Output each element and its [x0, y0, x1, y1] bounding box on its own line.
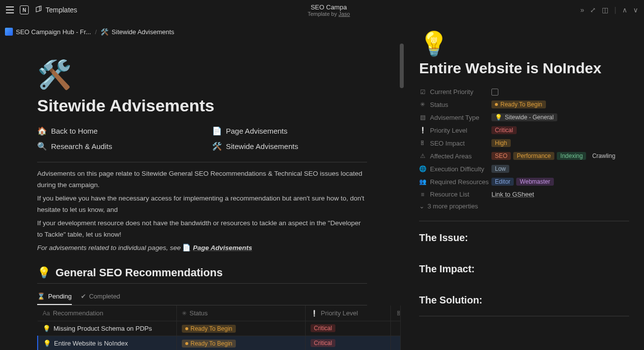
col-priority[interactable]: ❕Priority Level	[305, 305, 390, 321]
prev-icon[interactable]: ∧	[622, 6, 627, 14]
prop-seo-impact[interactable]: 🎚SEO Impact High	[419, 137, 629, 150]
table-row[interactable]: 💡Missing Product Schema on PDPs Ready To…	[38, 321, 400, 336]
resource-tag: Webmaster	[516, 178, 553, 186]
intro-text-4-prefix: For advisements related to individual pa…	[37, 244, 182, 251]
notion-logo-icon[interactable]: N	[20, 5, 29, 14]
priority-badge: Critical	[311, 324, 336, 332]
page-stack-icon	[35, 5, 43, 15]
col-recommendation[interactable]: AaRecommendation	[38, 305, 176, 321]
expand-arrows-icon[interactable]: »	[581, 6, 585, 14]
section-impact: The Impact:	[419, 263, 629, 275]
page-title: Sitewide Advisements	[37, 96, 367, 115]
page-advisements-link[interactable]: 📄Page Advisements	[182, 243, 252, 254]
status-badge: Ready To Begin	[182, 325, 236, 333]
spinner-icon: ✳	[419, 101, 426, 108]
priority-icon: ❕	[419, 127, 426, 134]
priority-icon: ❕	[311, 310, 318, 317]
breadcrumb-current[interactable]: 🛠️ Sitewide Advisements	[101, 28, 174, 36]
gsheet-link[interactable]: Link to GSheet	[491, 191, 534, 198]
tools-icon: 🛠️	[101, 28, 108, 36]
status-badge: Ready To Begin	[491, 100, 546, 108]
prop-advisement-type[interactable]: ▤Advisement Type 💡 Sitewide - General	[419, 111, 629, 124]
nav-sitewide-advisements[interactable]: 🛠️Sitewide Advisements	[212, 142, 367, 151]
status-badge: Ready To Begin	[182, 340, 236, 348]
col-status[interactable]: ✳Status	[176, 305, 305, 321]
page-icon: 📄	[212, 126, 222, 136]
templates-label: Templates	[46, 6, 77, 14]
globe-icon: 🌐	[419, 165, 426, 172]
detail-hero-icon[interactable]: 💡	[419, 30, 629, 58]
section-issue: The Issue:	[419, 232, 629, 244]
scrollbar[interactable]	[399, 44, 404, 350]
breadcrumb: SEO Campaign Hub - Fr... / 🛠️ Sitewide A…	[0, 20, 404, 44]
detail-title: Entire Website is NoIndex	[419, 60, 629, 77]
topbar-title: SEO Campa	[77, 3, 581, 11]
divider	[37, 162, 367, 162]
people-icon: 👥	[419, 178, 426, 185]
prop-priority-level[interactable]: ❕Priority Level Critical	[419, 124, 629, 137]
bulb-icon: 💡	[43, 340, 51, 347]
divider	[419, 221, 629, 221]
table-row[interactable]: 💡Entire Website is NoIndex Ready To Begi…	[38, 336, 400, 350]
bulb-icon: 💡	[37, 266, 51, 279]
impact-badge: High	[491, 139, 511, 147]
tab-pending[interactable]: ⌛Pending	[37, 290, 72, 305]
divider	[37, 283, 367, 284]
type-badge: 💡 Sitewide - General	[491, 113, 557, 121]
tab-completed[interactable]: ✔Completed	[81, 290, 120, 305]
page-hero-icon[interactable]: 🛠️	[37, 58, 367, 91]
top-bar: N Templates SEO Campa Template by Jaso »…	[0, 0, 644, 20]
col-extra[interactable]: 🎚	[390, 305, 400, 321]
hourglass-icon: ⌛	[37, 293, 45, 300]
prop-resource-list[interactable]: ≡Resource List Link to GSheet	[419, 188, 629, 200]
tools-icon: 🛠️	[212, 142, 222, 151]
breadcrumb-root[interactable]: SEO Campaign Hub - Fr...	[5, 28, 91, 36]
priority-badge: Critical	[311, 339, 336, 347]
main-content-pane: SEO Campaign Hub - Fr... / 🛠️ Sitewide A…	[0, 20, 404, 350]
bulb-icon: 💡	[43, 325, 51, 332]
prop-affected-areas[interactable]: ⚠Affected Areas SEO Performance Indexing…	[419, 150, 629, 162]
magnifier-icon: 🔍	[37, 142, 47, 151]
divider	[419, 316, 629, 316]
text-icon: Aa	[43, 310, 50, 317]
breadcrumb-separator: /	[95, 28, 97, 36]
list-icon: ≡	[419, 191, 426, 198]
affected-tag: Performance	[513, 152, 554, 160]
divider-icon: |	[614, 6, 616, 14]
affected-tag: SEO	[491, 152, 511, 160]
nav-research-audits[interactable]: 🔍Research & Audits	[37, 142, 192, 151]
page-icon: 📄	[182, 243, 191, 254]
template-author-link[interactable]: Jaso	[338, 11, 350, 17]
prop-required-resources[interactable]: 👥Required Resources Editor Webmaster	[419, 175, 629, 188]
home-icon: 🏠	[37, 126, 47, 136]
section-solution: The Solution:	[419, 295, 629, 306]
intro-text-3: If your development resource does not ha…	[37, 218, 367, 241]
section-general-seo: 💡 General SEO Recommendations	[37, 266, 367, 279]
priority-badge: Critical	[491, 126, 517, 134]
templates-button[interactable]: Templates	[35, 5, 77, 15]
next-icon[interactable]: ∨	[633, 6, 638, 14]
prop-execution-difficulty[interactable]: 🌐Execution Difficulty Low	[419, 162, 629, 175]
menu-icon[interactable]	[6, 6, 14, 13]
checkbox-prop-icon: ☑	[419, 89, 426, 96]
prop-status[interactable]: ✳Status Ready To Begin	[419, 98, 629, 111]
nav-page-advisements[interactable]: 📄Page Advisements	[212, 126, 367, 136]
fullscreen-icon[interactable]: ⤢	[590, 6, 596, 14]
peek-mode-icon[interactable]: ◫	[602, 6, 608, 14]
page-stack-icon: ▤	[419, 114, 426, 121]
recommendations-table: AaRecommendation ✳Status ❕Priority Level…	[37, 305, 401, 350]
intro-text-1: Advisements on this page relate to Sitew…	[37, 168, 367, 191]
nav-back-home[interactable]: 🏠Back to Home	[37, 126, 192, 136]
chevron-down-icon: ⌄	[419, 202, 425, 210]
seo-hub-icon	[5, 28, 13, 36]
spinner-icon: ✳	[182, 310, 187, 317]
table-tabs: ⌛Pending ✔Completed	[37, 290, 367, 305]
prop-current-priority[interactable]: ☑Current Priority	[419, 86, 629, 98]
sliders-icon: 🎚	[419, 140, 426, 147]
topbar-title-area: SEO Campa Template by Jaso	[77, 3, 581, 17]
more-properties-toggle[interactable]: ⌄ 3 more properties	[419, 202, 629, 210]
check-circle-icon: ✔	[81, 293, 86, 300]
warning-icon: ⚠	[419, 152, 426, 159]
detail-pane: 💡 Entire Website is NoIndex ☑Current Pri…	[404, 20, 644, 350]
priority-checkbox[interactable]	[491, 89, 498, 96]
